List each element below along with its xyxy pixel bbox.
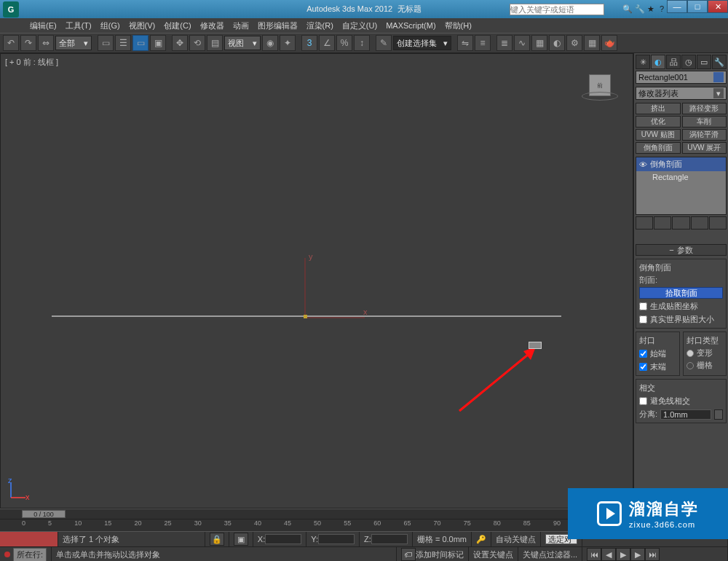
chk-gen-map-coords[interactable]: 生成贴图坐标 [639, 301, 723, 312]
pin-stack-button[interactable] [636, 216, 653, 230]
goto-end-icon[interactable]: ⏭ [645, 548, 660, 561]
menu-tools[interactable]: 工具(T) [61, 19, 96, 33]
window-crossing-button[interactable]: ▣ [150, 35, 166, 51]
keyfilter-button[interactable]: 关键点过滤器... [518, 547, 582, 561]
link-button[interactable]: ⇔ [38, 35, 54, 51]
btn-lathe[interactable]: 车削 [682, 116, 727, 128]
maximize-button[interactable]: □ [687, 0, 708, 13]
menu-animation[interactable]: 动画 [229, 19, 253, 33]
remove-mod-button[interactable] [691, 216, 708, 230]
menu-help[interactable]: 帮助(H) [440, 19, 476, 33]
btn-bevelprofile[interactable]: 倒角剖面 [636, 142, 681, 154]
tab-modify[interactable]: ◐ [651, 55, 665, 69]
setkey-button[interactable]: 设置关键点 [469, 547, 518, 561]
align-button[interactable]: ≡ [475, 35, 491, 51]
goto-start-icon[interactable]: ⏮ [587, 548, 601, 561]
menu-rendering[interactable]: 渲染(R) [302, 19, 338, 33]
minimize-button[interactable]: — [667, 0, 687, 13]
select-region-button[interactable]: ▭ [132, 35, 149, 51]
chk-cap-end[interactable]: 末端 [639, 361, 676, 372]
select-name-button[interactable]: ☰ [115, 35, 131, 51]
scale-button[interactable]: ▤ [207, 35, 223, 51]
btn-extrude[interactable]: 挤出 [636, 103, 681, 114]
spinner-arrows-icon[interactable] [714, 409, 723, 420]
btn-pathdeform[interactable]: 路径变形 [682, 103, 727, 114]
snap-toggle[interactable]: 3 [301, 35, 317, 51]
eye-icon[interactable]: 👁 [639, 160, 647, 169]
render-setup-button[interactable]: ⚙ [566, 35, 582, 51]
menu-group[interactable]: 组(G) [96, 19, 124, 33]
configure-sets-button[interactable] [709, 216, 727, 230]
rollout-params-header[interactable]: − 参数 [636, 244, 727, 256]
object-name-field[interactable]: Rectangle001 [636, 71, 727, 84]
tab-create[interactable]: ✳ [636, 55, 650, 69]
tab-display[interactable]: ▭ [697, 55, 711, 69]
angle-snap-toggle[interactable]: ∠ [319, 35, 335, 51]
tab-utilities[interactable]: 🔧 [712, 55, 727, 69]
x-input[interactable] [265, 534, 301, 544]
time-slider-thumb[interactable]: 0 / 100 [22, 510, 66, 518]
object-color-swatch[interactable] [713, 72, 724, 82]
chevron-down-icon[interactable]: ▾ [713, 88, 724, 98]
btn-optimize[interactable]: 优化 [636, 116, 681, 128]
help-search-input[interactable] [510, 4, 604, 15]
stack-item-rectangle[interactable]: Rectangle [636, 171, 726, 183]
btn-turbosmooth[interactable]: 涡轮平滑 [682, 129, 727, 141]
timetag-icon[interactable]: 🏷 [401, 548, 416, 561]
menu-modifiers[interactable]: 修改器 [196, 19, 229, 33]
refcoord-combo[interactable]: 视图▾ [224, 36, 261, 50]
chk-realworld-map[interactable]: 真实世界贴图大小 [639, 314, 723, 325]
menu-maxscript[interactable]: MAXScript(M) [381, 20, 440, 31]
next-frame-icon[interactable]: ▶ [630, 548, 645, 561]
lock-icon[interactable]: 🔒 [210, 533, 224, 546]
selection-filter-combo[interactable]: 全部▾ [55, 36, 92, 50]
rotate-button[interactable]: ⟲ [189, 35, 205, 51]
make-unique-button[interactable] [672, 216, 689, 230]
material-editor-button[interactable]: ◐ [549, 35, 565, 51]
percent-snap-toggle[interactable]: % [336, 35, 352, 51]
named-selset-combo[interactable]: 创建选择集▾ [393, 36, 451, 50]
mirror-button[interactable]: ⇋ [457, 35, 473, 51]
tab-motion[interactable]: ◷ [681, 55, 696, 69]
stack-item-bevelprofile[interactable]: 👁 倒角剖面 [636, 157, 726, 171]
spinner-separation[interactable]: 1.0mm [660, 409, 711, 420]
chk-cap-start[interactable]: 始端 [639, 348, 676, 359]
undo-button[interactable]: ↶ [3, 35, 19, 51]
show-result-button[interactable] [654, 216, 671, 230]
redo-button[interactable]: ↷ [20, 35, 36, 51]
menu-edit[interactable]: 编辑(E) [25, 19, 61, 33]
manipulate-button[interactable]: ✦ [280, 35, 296, 51]
menu-grapheditors[interactable]: 图形编辑器 [253, 19, 302, 33]
named-sel-icon[interactable]: ✎ [376, 35, 392, 51]
app-icon[interactable]: G [3, 1, 19, 17]
prev-frame-icon[interactable]: ◀ [601, 548, 616, 561]
select-button[interactable]: ▭ [98, 35, 114, 51]
tab-hierarchy[interactable]: 品 [666, 55, 681, 69]
z-input[interactable] [371, 534, 408, 544]
play-icon[interactable]: ▶ [616, 548, 630, 561]
menu-customize[interactable]: 自定义(U) [338, 19, 381, 33]
star-icon[interactable]: ★ [647, 4, 657, 15]
modifier-list-combo[interactable]: 修改器列表 ▾ [636, 87, 727, 100]
key-icon[interactable]: 🔧 [635, 4, 645, 15]
render-frame-button[interactable]: ▦ [584, 35, 600, 51]
chk-avoid-intersect[interactable]: 避免线相交 [639, 396, 723, 407]
key-icon-2[interactable]: 🔑 [476, 535, 486, 544]
curve-editor-button[interactable]: ∿ [514, 35, 530, 51]
render-button[interactable]: 🫖 [601, 35, 617, 51]
viewport[interactable]: [ + 0 前 : 线框 ] 前 y x z x [0, 53, 633, 509]
radio-grid[interactable]: 栅格 [687, 360, 724, 371]
close-button[interactable]: ✕ [708, 0, 728, 13]
menu-create[interactable]: 创建(C) [159, 19, 195, 33]
pivot-button[interactable]: ◉ [262, 35, 278, 51]
btn-uvwunwrap[interactable]: UVW 展开 [682, 142, 727, 154]
radio-morph[interactable]: 变形 [687, 348, 724, 358]
menu-views[interactable]: 视图(V) [124, 19, 160, 33]
schematic-button[interactable]: ▦ [531, 35, 547, 51]
move-button[interactable]: ✥ [172, 35, 188, 51]
spinner-snap-toggle[interactable]: ↕ [354, 35, 370, 51]
isolate-icon[interactable]: ▣ [234, 533, 248, 546]
autokey-button[interactable]: 自动关键点 [491, 532, 541, 546]
modifier-stack[interactable]: 👁 倒角剖面 Rectangle [636, 157, 727, 215]
pick-profile-button[interactable]: 拾取剖面 [639, 287, 723, 299]
